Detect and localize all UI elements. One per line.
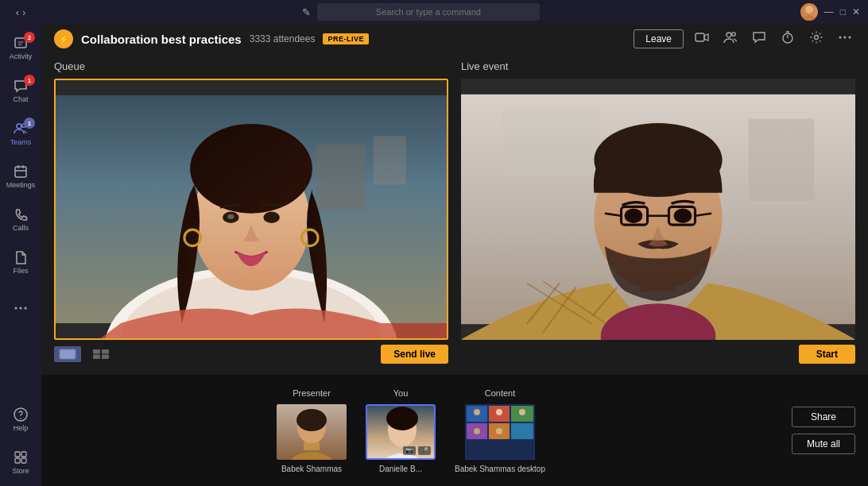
- presenter-name-desktop: Babek Shammas desktop: [455, 465, 545, 473]
- sidebar: 2 Activity 1 Chat 1 Teams Meetings: [0, 24, 41, 486]
- mute-all-button[interactable]: Mute all: [792, 434, 855, 454]
- sidebar-item-calls[interactable]: Calls: [2, 199, 40, 240]
- meetings-icon: [13, 164, 29, 179]
- send-live-button[interactable]: Send live: [381, 345, 448, 364]
- mic-icon-overlay: 🎤: [418, 446, 431, 455]
- presenter-name-babek: Babek Shammas: [281, 465, 342, 473]
- participants-btn[interactable]: [720, 29, 741, 49]
- meeting-icon: ⚡: [54, 29, 73, 48]
- live-video-frame: [461, 79, 855, 340]
- sidebar-item-teams[interactable]: 1 Teams: [2, 113, 40, 154]
- edit-icon: ✎: [302, 6, 311, 18]
- presenter-name-danielle: Danielle B...: [379, 465, 422, 473]
- svg-point-19: [732, 33, 735, 36]
- svg-point-74: [496, 428, 502, 434]
- nav-forward[interactable]: ›: [22, 6, 25, 18]
- presenter-thumb-danielle[interactable]: 📷 🎤: [366, 404, 436, 460]
- svg-point-21: [815, 36, 819, 40]
- maximize-btn[interactable]: □: [840, 6, 846, 17]
- minimize-btn[interactable]: —: [824, 6, 834, 17]
- files-icon: [13, 249, 29, 265]
- start-button[interactable]: Start: [799, 345, 855, 364]
- presenter-thumb-desktop[interactable]: [465, 404, 535, 460]
- store-icon: [13, 449, 29, 465]
- nav-back[interactable]: ‹: [16, 6, 19, 18]
- svg-point-24: [849, 37, 851, 39]
- svg-point-50: [625, 208, 643, 223]
- svg-rect-69: [467, 441, 533, 458]
- grid-view-btn[interactable]: [87, 346, 114, 362]
- single-view-btn[interactable]: [54, 346, 81, 362]
- help-icon: [13, 407, 29, 422]
- live-event-label: Live event: [461, 60, 855, 72]
- sidebar-item-help[interactable]: Help: [2, 399, 40, 440]
- camera-toggle-btn[interactable]: [692, 29, 712, 49]
- svg-rect-11: [15, 452, 20, 457]
- bottom-right-buttons: Share Mute all: [792, 407, 855, 454]
- video-area: Queue: [41, 54, 868, 375]
- svg-point-72: [519, 409, 525, 415]
- video-controls-overlay: 📷 🎤: [403, 446, 431, 455]
- svg-point-6: [15, 307, 17, 310]
- meeting-controls: Leave: [634, 29, 855, 49]
- search-input[interactable]: [317, 3, 540, 21]
- queue-controls: Send live: [54, 340, 448, 368]
- presenter-role-content: Content: [485, 388, 516, 398]
- svg-rect-57: [304, 442, 320, 450]
- svg-rect-68: [511, 423, 533, 439]
- svg-rect-13: [15, 458, 20, 463]
- svg-point-71: [496, 409, 502, 415]
- svg-point-8: [25, 307, 27, 310]
- sidebar-item-chat[interactable]: 1 Chat: [2, 70, 40, 111]
- presenter-thumb-babek[interactable]: [277, 404, 347, 460]
- svg-rect-39: [93, 349, 100, 354]
- svg-text:⚡: ⚡: [59, 34, 69, 44]
- sidebar-item-store[interactable]: Store: [2, 442, 40, 483]
- queue-label: Queue: [54, 60, 448, 72]
- svg-point-3: [17, 124, 21, 129]
- svg-rect-44: [749, 119, 815, 201]
- queue-video-frame: [54, 79, 448, 340]
- svg-point-22: [839, 37, 842, 39]
- svg-point-51: [674, 208, 692, 223]
- presenter-role-label: Presenter: [293, 388, 331, 398]
- presenter-card-you: You: [366, 388, 436, 473]
- svg-rect-41: [93, 355, 100, 360]
- sidebar-item-files[interactable]: Files: [2, 241, 40, 283]
- svg-point-1: [802, 15, 816, 21]
- sidebar-item-more[interactable]: [2, 287, 40, 329]
- live-event-panel: Live event: [461, 60, 855, 368]
- chat-btn[interactable]: [749, 29, 769, 49]
- queue-panel: Queue: [54, 60, 448, 368]
- svg-rect-12: [21, 452, 26, 457]
- presenter-card-content: Content: [455, 388, 545, 473]
- svg-point-10: [20, 418, 21, 419]
- timer-btn[interactable]: [777, 29, 798, 49]
- svg-point-34: [263, 212, 280, 223]
- settings-btn[interactable]: [806, 29, 827, 49]
- presenter-role-you: You: [393, 388, 409, 398]
- share-button[interactable]: Share: [792, 407, 855, 427]
- live-event-controls: Start: [461, 340, 855, 368]
- svg-rect-26: [316, 145, 366, 210]
- bottom-presenter-area: Presenter: [41, 375, 868, 486]
- meeting-title: Collaboration best practices: [81, 33, 242, 46]
- presenter-card-babek: Presenter: [277, 388, 347, 473]
- camera-icon-overlay: 📷: [403, 446, 416, 455]
- sidebar-item-meetings[interactable]: Meetings: [2, 156, 40, 197]
- svg-point-0: [805, 6, 813, 14]
- svg-point-70: [474, 409, 480, 415]
- more-options-btn[interactable]: [835, 29, 855, 49]
- presenter-section: Presenter: [277, 388, 545, 473]
- main-content: ⚡ Collaboration best practices 3333 atte…: [41, 24, 868, 486]
- svg-rect-42: [102, 355, 109, 360]
- user-avatar[interactable]: [800, 3, 818, 21]
- meeting-header: ⚡ Collaboration best practices 3333 atte…: [41, 24, 868, 54]
- svg-rect-5: [15, 167, 26, 177]
- close-btn[interactable]: ✕: [852, 6, 860, 17]
- svg-rect-38: [60, 349, 76, 359]
- svg-rect-14: [21, 458, 26, 463]
- leave-button[interactable]: Leave: [634, 29, 684, 48]
- sidebar-item-activity[interactable]: 2 Activity: [2, 27, 40, 68]
- svg-rect-27: [374, 136, 406, 185]
